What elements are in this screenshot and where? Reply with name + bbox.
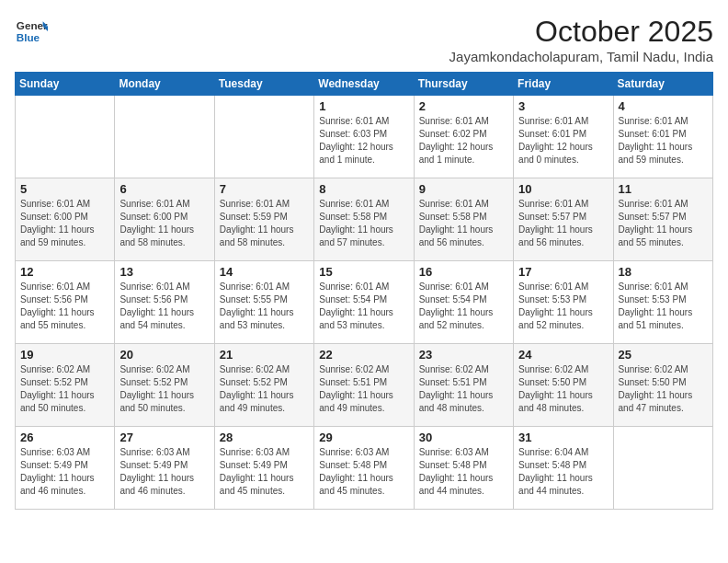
calendar-cell: 6Sunrise: 6:01 AM Sunset: 6:00 PM Daylig…	[115, 178, 214, 261]
weekday-header-monday: Monday	[115, 73, 214, 96]
weekday-header-wednesday: Wednesday	[314, 73, 414, 96]
day-info: Sunrise: 6:02 AM Sunset: 5:52 PM Dayligh…	[119, 363, 209, 415]
day-number: 28	[220, 431, 309, 444]
calendar-cell: 30Sunrise: 6:03 AM Sunset: 5:48 PM Dayli…	[414, 427, 513, 510]
calendar-cell: 13Sunrise: 6:01 AM Sunset: 5:56 PM Dayli…	[115, 261, 214, 344]
day-number: 18	[619, 265, 708, 279]
day-number: 19	[20, 348, 109, 362]
day-info: Sunrise: 6:01 AM Sunset: 6:00 PM Dayligh…	[119, 198, 209, 249]
calendar-cell: 22Sunrise: 6:02 AM Sunset: 5:51 PM Dayli…	[314, 344, 414, 427]
day-number: 30	[419, 431, 508, 444]
day-number: 22	[319, 348, 408, 362]
calendar-cell: 17Sunrise: 6:01 AM Sunset: 5:53 PM Dayli…	[514, 261, 613, 344]
day-info: Sunrise: 6:01 AM Sunset: 5:54 PM Dayligh…	[419, 281, 508, 332]
day-info: Sunrise: 6:01 AM Sunset: 5:53 PM Dayligh…	[619, 281, 708, 332]
calendar-cell: 3Sunrise: 6:01 AM Sunset: 6:01 PM Daylig…	[514, 96, 613, 178]
page-header: General Blue October 2025 Jayamkondachol…	[15, 15, 713, 64]
calendar-cell: 29Sunrise: 6:03 AM Sunset: 5:48 PM Dayli…	[314, 427, 414, 510]
calendar-cell: 5Sunrise: 6:01 AM Sunset: 6:00 PM Daylig…	[16, 178, 115, 261]
calendar-cell: 21Sunrise: 6:02 AM Sunset: 5:52 PM Dayli…	[214, 344, 313, 427]
calendar-cell	[613, 427, 712, 510]
weekday-header-thursday: Thursday	[414, 73, 513, 96]
day-info: Sunrise: 6:03 AM Sunset: 5:49 PM Dayligh…	[220, 446, 309, 498]
calendar-cell: 9Sunrise: 6:01 AM Sunset: 5:58 PM Daylig…	[414, 178, 513, 261]
weekday-header-saturday: Saturday	[613, 73, 712, 96]
day-number: 20	[119, 348, 209, 362]
day-info: Sunrise: 6:01 AM Sunset: 5:57 PM Dayligh…	[619, 198, 708, 249]
day-number: 29	[319, 431, 408, 444]
day-number: 6	[119, 182, 209, 196]
day-number: 10	[518, 182, 608, 196]
day-number: 15	[319, 265, 408, 279]
day-info: Sunrise: 6:01 AM Sunset: 6:01 PM Dayligh…	[518, 115, 608, 167]
calendar-cell: 27Sunrise: 6:03 AM Sunset: 5:49 PM Dayli…	[115, 427, 214, 510]
day-info: Sunrise: 6:01 AM Sunset: 5:58 PM Dayligh…	[419, 198, 508, 249]
logo-icon: General Blue	[15, 15, 48, 48]
day-info: Sunrise: 6:02 AM Sunset: 5:52 PM Dayligh…	[20, 363, 109, 415]
day-info: Sunrise: 6:03 AM Sunset: 5:48 PM Dayligh…	[419, 446, 508, 498]
week-row-5: 26Sunrise: 6:03 AM Sunset: 5:49 PM Dayli…	[16, 427, 713, 510]
calendar-cell: 10Sunrise: 6:01 AM Sunset: 5:57 PM Dayli…	[514, 178, 613, 261]
day-info: Sunrise: 6:01 AM Sunset: 6:01 PM Dayligh…	[619, 115, 708, 167]
week-row-1: 1Sunrise: 6:01 AM Sunset: 6:03 PM Daylig…	[16, 96, 713, 178]
calendar-cell: 1Sunrise: 6:01 AM Sunset: 6:03 PM Daylig…	[314, 96, 414, 178]
day-number: 24	[518, 348, 608, 362]
day-info: Sunrise: 6:01 AM Sunset: 6:00 PM Dayligh…	[20, 198, 109, 249]
weekday-header-friday: Friday	[514, 73, 613, 96]
day-number: 17	[518, 265, 608, 279]
day-number: 7	[220, 182, 309, 196]
svg-text:Blue: Blue	[17, 31, 40, 43]
day-number: 13	[119, 265, 209, 279]
calendar-cell: 7Sunrise: 6:01 AM Sunset: 5:59 PM Daylig…	[214, 178, 313, 261]
day-info: Sunrise: 6:01 AM Sunset: 6:03 PM Dayligh…	[319, 115, 408, 167]
day-info: Sunrise: 6:02 AM Sunset: 5:50 PM Dayligh…	[518, 363, 608, 415]
weekday-header-row: SundayMondayTuesdayWednesdayThursdayFrid…	[16, 73, 713, 96]
calendar-cell: 15Sunrise: 6:01 AM Sunset: 5:54 PM Dayli…	[314, 261, 414, 344]
day-number: 11	[619, 182, 708, 196]
title-block: October 2025 Jayamkondacholapuram, Tamil…	[449, 15, 713, 64]
week-row-2: 5Sunrise: 6:01 AM Sunset: 6:00 PM Daylig…	[16, 178, 713, 261]
day-info: Sunrise: 6:01 AM Sunset: 5:57 PM Dayligh…	[518, 198, 608, 249]
calendar-cell: 12Sunrise: 6:01 AM Sunset: 5:56 PM Dayli…	[16, 261, 115, 344]
calendar-cell	[214, 96, 313, 178]
week-row-3: 12Sunrise: 6:01 AM Sunset: 5:56 PM Dayli…	[16, 261, 713, 344]
day-info: Sunrise: 6:03 AM Sunset: 5:49 PM Dayligh…	[119, 446, 209, 498]
day-info: Sunrise: 6:02 AM Sunset: 5:51 PM Dayligh…	[319, 363, 408, 415]
day-info: Sunrise: 6:02 AM Sunset: 5:52 PM Dayligh…	[220, 363, 309, 415]
weekday-header-tuesday: Tuesday	[214, 73, 313, 96]
calendar-cell: 28Sunrise: 6:03 AM Sunset: 5:49 PM Dayli…	[214, 427, 313, 510]
day-number: 31	[518, 431, 608, 444]
day-info: Sunrise: 6:01 AM Sunset: 5:58 PM Dayligh…	[319, 198, 408, 249]
calendar-cell: 26Sunrise: 6:03 AM Sunset: 5:49 PM Dayli…	[16, 427, 115, 510]
day-info: Sunrise: 6:01 AM Sunset: 6:02 PM Dayligh…	[419, 115, 508, 167]
day-info: Sunrise: 6:02 AM Sunset: 5:51 PM Dayligh…	[419, 363, 508, 415]
calendar-cell: 4Sunrise: 6:01 AM Sunset: 6:01 PM Daylig…	[613, 96, 712, 178]
week-row-4: 19Sunrise: 6:02 AM Sunset: 5:52 PM Dayli…	[16, 344, 713, 427]
day-info: Sunrise: 6:01 AM Sunset: 5:53 PM Dayligh…	[518, 281, 608, 332]
calendar-cell: 16Sunrise: 6:01 AM Sunset: 5:54 PM Dayli…	[414, 261, 513, 344]
day-number: 12	[20, 265, 109, 279]
calendar-cell: 23Sunrise: 6:02 AM Sunset: 5:51 PM Dayli…	[414, 344, 513, 427]
day-number: 5	[20, 182, 109, 196]
day-info: Sunrise: 6:01 AM Sunset: 5:55 PM Dayligh…	[220, 281, 309, 332]
day-info: Sunrise: 6:03 AM Sunset: 5:49 PM Dayligh…	[20, 446, 109, 498]
day-info: Sunrise: 6:01 AM Sunset: 5:56 PM Dayligh…	[20, 281, 109, 332]
weekday-header-sunday: Sunday	[16, 73, 115, 96]
month-title: October 2025	[449, 15, 713, 49]
day-number: 16	[419, 265, 508, 279]
day-number: 4	[619, 99, 708, 113]
day-number: 8	[319, 182, 408, 196]
calendar-cell: 18Sunrise: 6:01 AM Sunset: 5:53 PM Dayli…	[613, 261, 712, 344]
calendar-cell: 25Sunrise: 6:02 AM Sunset: 5:50 PM Dayli…	[613, 344, 712, 427]
day-info: Sunrise: 6:01 AM Sunset: 5:54 PM Dayligh…	[319, 281, 408, 332]
day-number: 27	[119, 431, 209, 444]
day-number: 3	[518, 99, 608, 113]
calendar-cell	[16, 96, 115, 178]
calendar-cell: 2Sunrise: 6:01 AM Sunset: 6:02 PM Daylig…	[414, 96, 513, 178]
calendar-cell: 19Sunrise: 6:02 AM Sunset: 5:52 PM Dayli…	[16, 344, 115, 427]
calendar-cell	[115, 96, 214, 178]
day-number: 25	[619, 348, 708, 362]
day-number: 14	[220, 265, 309, 279]
calendar-cell: 24Sunrise: 6:02 AM Sunset: 5:50 PM Dayli…	[514, 344, 613, 427]
day-info: Sunrise: 6:04 AM Sunset: 5:48 PM Dayligh…	[518, 446, 608, 498]
